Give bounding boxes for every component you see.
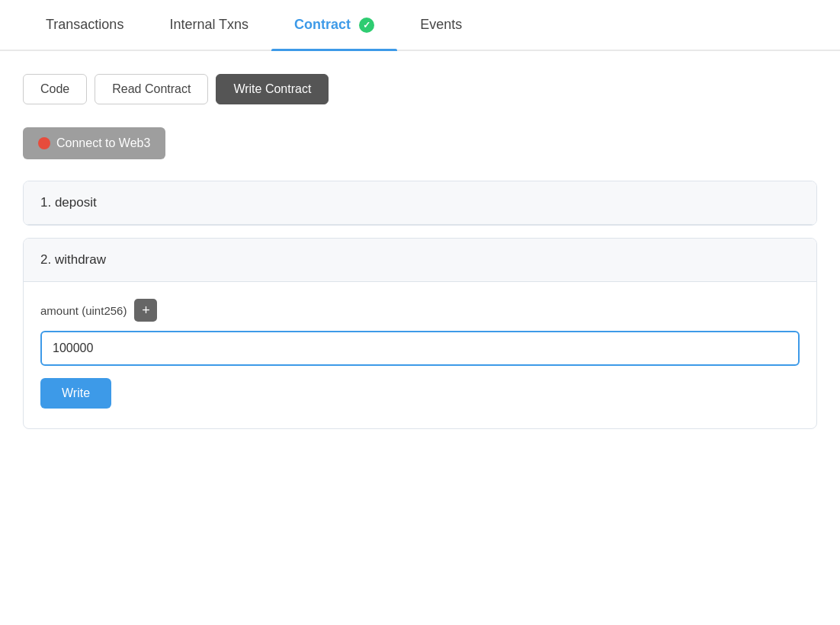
tab-internal-txns[interactable]: Internal Txns bbox=[146, 0, 271, 50]
withdraw-section-header[interactable]: 2. withdraw bbox=[24, 239, 816, 282]
connection-status-dot bbox=[38, 137, 50, 149]
tab-events[interactable]: Events bbox=[397, 0, 485, 50]
amount-field-label: amount (uint256) + bbox=[40, 299, 800, 322]
connect-web3-button[interactable]: Connect to Web3 bbox=[23, 127, 165, 159]
deposit-section-header[interactable]: 1. deposit bbox=[24, 181, 816, 225]
tab-bar: Transactions Internal Txns Contract ✓ Ev… bbox=[0, 0, 840, 51]
write-button[interactable]: Write bbox=[40, 378, 111, 409]
read-contract-button[interactable]: Read Contract bbox=[95, 74, 208, 104]
write-contract-button[interactable]: Write Contract bbox=[216, 74, 329, 104]
deposit-section: 1. deposit bbox=[23, 181, 817, 226]
connect-web3-label: Connect to Web3 bbox=[56, 136, 150, 150]
tab-contract-label: Contract bbox=[294, 17, 351, 32]
withdraw-section-body: amount (uint256) + Write bbox=[24, 282, 816, 428]
tab-events-label: Events bbox=[420, 17, 462, 32]
amount-plus-button[interactable]: + bbox=[134, 299, 157, 322]
tab-transactions[interactable]: Transactions bbox=[23, 0, 146, 50]
withdraw-section: 2. withdraw amount (uint256) + Write bbox=[23, 238, 817, 429]
sub-buttons-bar: Code Read Contract Write Contract bbox=[23, 74, 817, 104]
tab-contract[interactable]: Contract ✓ bbox=[271, 0, 397, 50]
content-area: Code Read Contract Write Contract Connec… bbox=[0, 51, 840, 464]
tab-transactions-label: Transactions bbox=[46, 17, 123, 32]
code-button[interactable]: Code bbox=[23, 74, 87, 104]
amount-input[interactable] bbox=[40, 331, 800, 366]
tab-internal-txns-label: Internal Txns bbox=[169, 17, 248, 32]
contract-verified-icon: ✓ bbox=[359, 18, 374, 33]
